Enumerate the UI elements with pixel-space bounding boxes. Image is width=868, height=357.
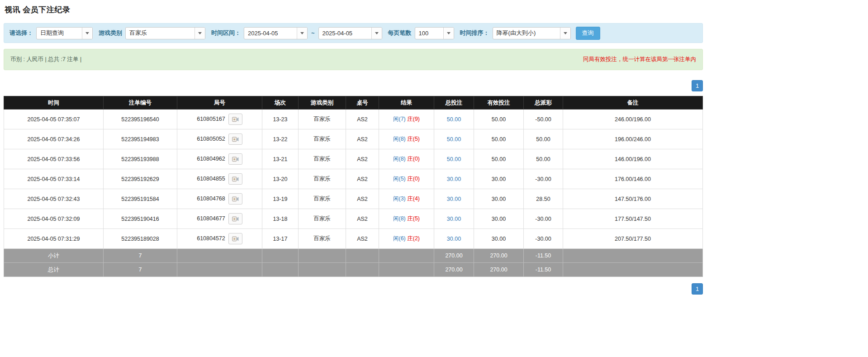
game-type-cell: 百家乐 xyxy=(299,169,346,189)
remark-cell: 177.50/147.50 xyxy=(563,209,703,229)
chevron-down-icon xyxy=(198,32,202,34)
date-from-value: 2025-04-05 xyxy=(244,28,297,39)
page-header: 视讯 会员下注纪录 xyxy=(4,3,703,19)
session-cell: 13-17 xyxy=(262,229,299,249)
round-id: 610805167 xyxy=(197,116,225,122)
replay-icon xyxy=(232,157,239,162)
round-id: 610804677 xyxy=(197,215,225,222)
total-bet-link[interactable]: 50.00 xyxy=(447,116,461,123)
game-type-label: 游戏类别 xyxy=(99,29,122,37)
payout-cell: -30.00 xyxy=(524,229,563,249)
result-cell: 闲(6) 庄(2) xyxy=(379,229,434,249)
game-type-cell: 百家乐 xyxy=(299,209,346,229)
chevron-down-icon xyxy=(564,32,567,34)
replay-icon xyxy=(232,216,239,222)
session-cell: 13-21 xyxy=(262,149,299,169)
bet-id-cell: 522395192629 xyxy=(104,169,177,189)
table-no-cell: AS2 xyxy=(346,209,379,229)
date-to-select[interactable]: 2025-04-05 xyxy=(318,27,382,39)
page-size-value: 100 xyxy=(415,28,443,39)
total-bet-link[interactable]: 30.00 xyxy=(447,176,461,182)
round-cell: 610804962 xyxy=(177,149,262,169)
date-from-select[interactable]: 2025-04-05 xyxy=(244,27,308,39)
result-player: 闲(8) xyxy=(393,136,406,142)
round-id: 610804572 xyxy=(197,235,225,242)
total-bet-link[interactable]: 30.00 xyxy=(447,236,461,242)
payout-cell: 28.50 xyxy=(524,189,563,209)
remark-cell: 246.00/196.00 xyxy=(563,109,703,129)
chevron-down-icon xyxy=(300,32,304,34)
game-type-select[interactable]: 百家乐 xyxy=(125,27,205,39)
result-cell: 闲(8) 庄(5) xyxy=(379,129,434,149)
time-sort-select[interactable]: 降幂(由大到小) xyxy=(493,27,571,39)
result-banker: 庄(9) xyxy=(407,116,420,122)
time-cell: 2025-04-05 07:33:56 xyxy=(4,149,104,169)
table-no-cell: AS2 xyxy=(346,109,379,129)
replay-button[interactable] xyxy=(228,213,242,224)
total-payout: -11.50 xyxy=(524,263,563,277)
total-bet-link[interactable]: 50.00 xyxy=(447,156,461,162)
header-remark: 备注 xyxy=(563,96,703,109)
search-button[interactable]: 查询 xyxy=(576,27,600,40)
table-row: 2025-04-05 07:31:29522395189028610804572… xyxy=(4,229,703,249)
subtotal-payout: -11.50 xyxy=(524,249,563,263)
replay-button[interactable] xyxy=(228,193,242,205)
page-title: 视讯 会员下注纪录 xyxy=(5,5,702,15)
game-type-cell: 百家乐 xyxy=(299,109,346,129)
result-cell: 闲(5) 庄(0) xyxy=(379,169,434,189)
total-label: 总计 xyxy=(4,263,104,277)
session-cell: 13-23 xyxy=(262,109,299,129)
session-cell: 13-19 xyxy=(262,189,299,209)
pagination-top: 1 xyxy=(4,80,703,91)
round-cell: 610804572 xyxy=(177,229,262,249)
bet-records-table: 时间 注单编号 局号 场次 游戏类别 桌号 结果 总投注 有效投注 总派彩 备注… xyxy=(4,96,703,277)
replay-button[interactable] xyxy=(228,114,242,125)
round-cell: 610804677 xyxy=(177,209,262,229)
valid-bet-cell: 50.00 xyxy=(474,149,524,169)
page-size-dropdown-button[interactable] xyxy=(443,28,454,39)
total-bet-link[interactable]: 30.00 xyxy=(447,196,461,202)
valid-bet-cell: 30.00 xyxy=(474,169,524,189)
result-banker: 庄(5) xyxy=(407,136,420,142)
replay-button[interactable] xyxy=(228,233,242,244)
replay-icon xyxy=(232,176,239,182)
bet-id-cell: 522395193988 xyxy=(104,149,177,169)
time-cell: 2025-04-05 07:32:09 xyxy=(4,209,104,229)
subtotal-label: 小计 xyxy=(4,249,104,263)
header-bet-id: 注单编号 xyxy=(104,96,177,109)
query-type-select[interactable]: 日期查询 xyxy=(36,27,93,39)
page-1-button[interactable]: 1 xyxy=(692,283,703,295)
game-type-dropdown-button[interactable] xyxy=(194,28,205,39)
replay-button[interactable] xyxy=(228,153,242,165)
total-bet-cell: 30.00 xyxy=(434,189,474,209)
valid-bet-cell: 50.00 xyxy=(474,129,524,149)
date-to-dropdown-button[interactable] xyxy=(371,28,382,39)
result-banker: 庄(0) xyxy=(407,176,420,182)
total-bet-link[interactable]: 50.00 xyxy=(447,136,461,143)
chevron-down-icon xyxy=(375,32,379,34)
time-sort-label: 时间排序： xyxy=(460,29,489,37)
header-time: 时间 xyxy=(4,96,104,109)
query-type-dropdown-button[interactable] xyxy=(82,28,92,39)
result-player: 闲(5) xyxy=(393,176,406,182)
time-sort-dropdown-button[interactable] xyxy=(560,28,570,39)
table-row: 2025-04-05 07:35:07522395196540610805167… xyxy=(4,109,703,129)
round-id: 610804768 xyxy=(197,195,225,202)
game-type-cell: 百家乐 xyxy=(299,229,346,249)
page-size-select[interactable]: 100 xyxy=(415,27,454,39)
replay-button[interactable] xyxy=(228,173,242,185)
page: 视讯 会员下注纪录 请选择： 日期查询 游戏类别 百家乐 时间区间： 2025-… xyxy=(4,0,703,313)
date-from-dropdown-button[interactable] xyxy=(297,28,307,39)
valid-bet-cell: 50.00 xyxy=(474,109,524,129)
table-row: 2025-04-05 07:34:26522395194983610805052… xyxy=(4,129,703,149)
session-cell: 13-18 xyxy=(262,209,299,229)
replay-button[interactable] xyxy=(228,133,242,145)
total-bet-link[interactable]: 30.00 xyxy=(447,216,461,222)
header-result: 结果 xyxy=(379,96,434,109)
replay-icon xyxy=(232,196,239,202)
round-cell: 610805167 xyxy=(177,109,262,129)
subtotal-count: 7 xyxy=(104,249,177,263)
round-id: 610805052 xyxy=(197,136,225,142)
subtotal-total-bet: 270.00 xyxy=(434,249,474,263)
page-1-button[interactable]: 1 xyxy=(692,80,703,91)
